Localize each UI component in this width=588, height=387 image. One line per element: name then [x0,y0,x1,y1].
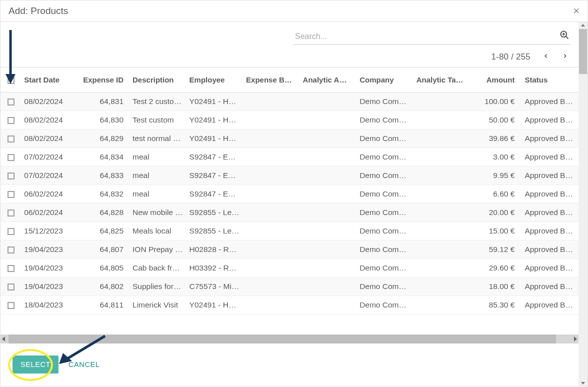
table-row[interactable]: 18/04/2023 64,811 Limerick Visit Y02491 … [0,296,578,314]
cell-status: Approved By… [522,185,578,204]
col-expense-bill[interactable]: Expense B… [243,68,300,92]
cell-description: Cab back fro… [130,259,186,278]
cell-amount: 29.60 € [470,259,522,278]
cell-amount: 18.00 € [470,278,522,296]
cell-date: 19/04/2023 [21,240,78,259]
cell-amount: 50.00 € [470,111,522,130]
close-icon[interactable]: × [573,6,580,16]
cell-company: Demo Company [356,296,414,314]
cell-description: meal [130,166,186,185]
horizontal-scrollbar[interactable] [0,334,578,344]
col-analytic-account[interactable]: Analytic A… [300,68,357,92]
col-analytic-tags[interactable]: Analytic Ta… [414,68,470,92]
cell-date: 15/12/2023 [21,222,78,240]
cell-date: 06/02/2024 [21,185,78,204]
cell-employee: Y02491 - HR … [186,111,244,130]
table-row[interactable]: 19/04/2023 64,807 ION Prepay L… H02828 -… [0,240,578,259]
cell-company: Demo Company [356,222,414,240]
cell-status: Approved By… [522,240,578,259]
zoom-in-icon[interactable] [560,30,570,42]
vertical-scrollbar[interactable] [578,22,588,386]
col-amount[interactable]: Amount [470,68,522,92]
cell-status: Approved By… [522,259,578,278]
col-company[interactable]: Company [356,68,414,92]
cell-employee: S92855 - Lee… [186,222,244,240]
cell-expense-bill [243,240,300,259]
row-checkbox[interactable] [8,136,14,142]
row-checkbox[interactable] [8,265,14,272]
table-row[interactable]: 07/02/2024 64,834 meal S92847 - Em… Demo… [0,148,578,166]
search-input[interactable] [293,29,570,44]
cell-status: Approved By… [522,130,578,148]
row-checkbox[interactable] [8,302,14,309]
cell-status: Approved By… [522,204,578,222]
cell-analytic-account [300,278,357,296]
col-status[interactable]: Status [522,68,578,92]
cell-amount: 6.60 € [470,185,522,204]
row-checkbox[interactable] [8,117,14,124]
table-row[interactable]: 06/02/2024 64,828 New mobile … S92855 - … [0,204,578,222]
cell-company: Demo Company [356,166,414,185]
cell-status: Approved By… [522,92,578,111]
pager-next-icon[interactable] [562,52,568,62]
cell-status: Approved By… [522,296,578,314]
cell-analytic-tags [414,185,470,204]
cell-employee: S92847 - Em… [186,166,244,185]
table-row[interactable]: 15/12/2023 64,825 Meals local S92855 - L… [0,222,578,240]
cell-expense-id: 64,802 [78,278,130,296]
table-row[interactable]: 08/02/2024 64,830 Test custom Y02491 - H… [0,111,578,130]
table-row[interactable]: 19/04/2023 64,805 Cab back fro… H03392 -… [0,259,578,278]
cell-expense-bill [243,148,300,166]
row-checkbox[interactable] [8,210,14,216]
row-checkbox[interactable] [8,246,14,254]
row-checkbox[interactable] [8,172,14,180]
cell-date: 19/04/2023 [21,259,78,278]
row-checkbox[interactable] [8,284,14,290]
cell-employee: C75573 - Mi… [186,278,244,296]
row-checkbox[interactable] [8,191,14,198]
cell-expense-id: 64,829 [78,130,130,148]
cell-description: Test custom [130,111,186,130]
col-start-date[interactable]: Start Date [21,68,78,92]
cell-company: Demo Company [356,185,414,204]
table-row[interactable]: 08/02/2024 64,829 test normal r… Y02491 … [0,130,578,148]
cell-analytic-tags [414,130,470,148]
cell-employee: H03392 - Ro… [186,259,244,278]
cancel-button[interactable]: CANCEL [66,356,102,374]
row-checkbox[interactable] [8,98,14,106]
col-expense-id[interactable]: Expense ID [78,68,130,92]
svg-line-1 [566,36,568,39]
cell-company: Demo Company [356,204,414,222]
cell-analytic-tags [414,240,470,259]
cell-date: 08/02/2024 [21,111,78,130]
cell-company: Demo Company [356,148,414,166]
cell-expense-id: 64,828 [78,204,130,222]
cell-description: test normal r… [130,130,186,148]
cell-expense-bill [243,111,300,130]
cell-expense-bill [243,166,300,185]
cell-date: 08/02/2024 [21,130,78,148]
row-checkbox[interactable] [8,228,14,235]
table-row[interactable]: 07/02/2024 64,833 meal S92847 - Em… Demo… [0,166,578,185]
select-all-checkbox[interactable] [8,77,14,84]
pager-prev-icon[interactable] [542,52,550,62]
cell-expense-bill [243,259,300,278]
cell-expense-id: 64,825 [78,222,130,240]
cell-analytic-tags [414,92,470,111]
cell-status: Approved By… [522,111,578,130]
cell-date: 07/02/2024 [21,166,78,185]
cell-company: Demo Company [356,278,414,296]
table-row[interactable]: 08/02/2024 64,831 Test 2 custo… Y02491 -… [0,92,578,111]
table-row[interactable]: 19/04/2023 64,802 Supplies for … C75573 … [0,278,578,296]
cell-analytic-account [300,185,357,204]
cell-description: Test 2 custo… [130,92,186,111]
col-employee[interactable]: Employee [186,68,244,92]
cell-amount: 3.00 € [470,148,522,166]
col-description[interactable]: Description [130,68,186,92]
cell-analytic-tags [414,148,470,166]
row-checkbox[interactable] [8,154,14,161]
cell-expense-id: 64,807 [78,240,130,259]
select-button[interactable]: SELECT [12,356,58,374]
table-row[interactable]: 06/02/2024 64,832 meal S92847 - Em… Demo… [0,185,578,204]
cell-employee: Y02491 - HR … [186,92,244,111]
